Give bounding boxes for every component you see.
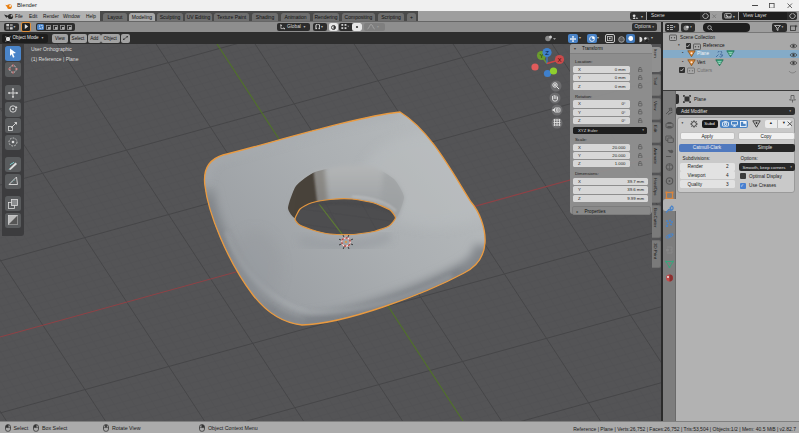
svg-text:X: X — [557, 57, 561, 63]
svg-text:Z: Z — [545, 50, 549, 56]
